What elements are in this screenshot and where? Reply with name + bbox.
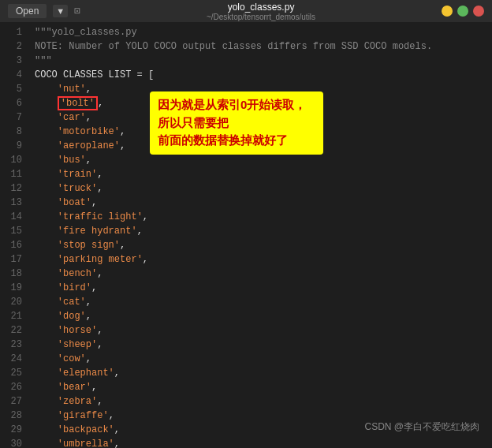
code-line: 'bench', bbox=[35, 267, 486, 281]
line-number: 10 bbox=[0, 153, 22, 167]
line-number: 6 bbox=[0, 96, 22, 110]
code-line: """ bbox=[35, 54, 486, 68]
code-line: 'bear', bbox=[35, 380, 486, 394]
code-line: 'traffic light', bbox=[35, 210, 486, 224]
code-line: 'bus', bbox=[35, 153, 486, 167]
line-number: 11 bbox=[0, 167, 22, 181]
line-number: 1 bbox=[0, 25, 22, 39]
annotation-box: 因为就是从索引0开始读取，所以只需要把 前面的数据替换掉就好了 bbox=[150, 91, 323, 155]
code-line: 'fire hydrant', bbox=[35, 224, 486, 238]
code-line: 'bird', bbox=[35, 281, 486, 295]
code-content[interactable]: """yolo_classes.pyNOTE: Number of YOLO C… bbox=[28, 22, 492, 448]
open-dropdown-button[interactable]: ▼ bbox=[53, 5, 68, 17]
line-number: 13 bbox=[0, 196, 22, 210]
line-number: 18 bbox=[0, 267, 22, 281]
line-number: 17 bbox=[0, 252, 22, 267]
line-number: 24 bbox=[0, 352, 22, 366]
code-line: 'boat', bbox=[35, 196, 486, 210]
editor-area: 1234567891011121314151617181920212223242… bbox=[0, 22, 492, 448]
code-line: 'train', bbox=[35, 167, 486, 181]
maximize-button[interactable] bbox=[457, 6, 468, 17]
code-line: 'cat', bbox=[35, 295, 486, 309]
code-line: 'dog', bbox=[35, 309, 486, 323]
code-line: """yolo_classes.py bbox=[35, 25, 486, 39]
titlebar: Open ▼ ⊡ yolo_classes.py ~/Desktop/tenso… bbox=[0, 0, 492, 22]
line-number: 5 bbox=[0, 82, 22, 96]
line-numbers: 1234567891011121314151617181920212223242… bbox=[0, 22, 28, 448]
close-button[interactable] bbox=[473, 6, 484, 17]
line-number: 15 bbox=[0, 224, 22, 238]
code-line: 'horse', bbox=[35, 323, 486, 338]
code-line: 'cow', bbox=[35, 352, 486, 366]
line-number: 20 bbox=[0, 295, 22, 309]
window-icon: ⊡ bbox=[74, 5, 80, 17]
code-line: 'truck', bbox=[35, 181, 486, 196]
line-number: 7 bbox=[0, 110, 22, 125]
line-number: 28 bbox=[0, 409, 22, 423]
filepath-label: ~/Desktop/tensorrt_demos/utils bbox=[207, 13, 315, 21]
line-number: 22 bbox=[0, 323, 22, 338]
code-line: 'parking meter', bbox=[35, 252, 486, 267]
line-number: 4 bbox=[0, 68, 22, 82]
line-number: 3 bbox=[0, 54, 22, 68]
code-line: COCO CLASSES LIST = [ bbox=[35, 68, 486, 82]
line-number: 27 bbox=[0, 394, 22, 409]
code-line: 'stop sign', bbox=[35, 238, 486, 252]
line-number: 29 bbox=[0, 423, 22, 437]
code-line: 'elephant', bbox=[35, 366, 486, 380]
line-number: 9 bbox=[0, 139, 22, 153]
line-number: 19 bbox=[0, 281, 22, 295]
open-button[interactable]: Open bbox=[8, 4, 47, 18]
line-number: 23 bbox=[0, 338, 22, 352]
line-number: 2 bbox=[0, 39, 22, 54]
code-line: 'sheep', bbox=[35, 338, 486, 352]
filename-label: yolo_classes.py bbox=[228, 2, 295, 13]
line-number: 21 bbox=[0, 309, 22, 323]
line-number: 16 bbox=[0, 238, 22, 252]
code-line: 'umbrella', bbox=[35, 437, 486, 448]
watermark: CSDN @李白不爱吃红烧肉 bbox=[364, 420, 479, 434]
code-line: NOTE: Number of YOLO COCO output classes… bbox=[35, 39, 486, 54]
line-number: 25 bbox=[0, 366, 22, 380]
line-number: 12 bbox=[0, 181, 22, 196]
code-line: 'zebra', bbox=[35, 394, 486, 409]
line-number: 30 bbox=[0, 437, 22, 448]
minimize-button[interactable] bbox=[442, 6, 453, 17]
line-number: 26 bbox=[0, 380, 22, 394]
line-number: 14 bbox=[0, 210, 22, 224]
line-number: 8 bbox=[0, 125, 22, 139]
